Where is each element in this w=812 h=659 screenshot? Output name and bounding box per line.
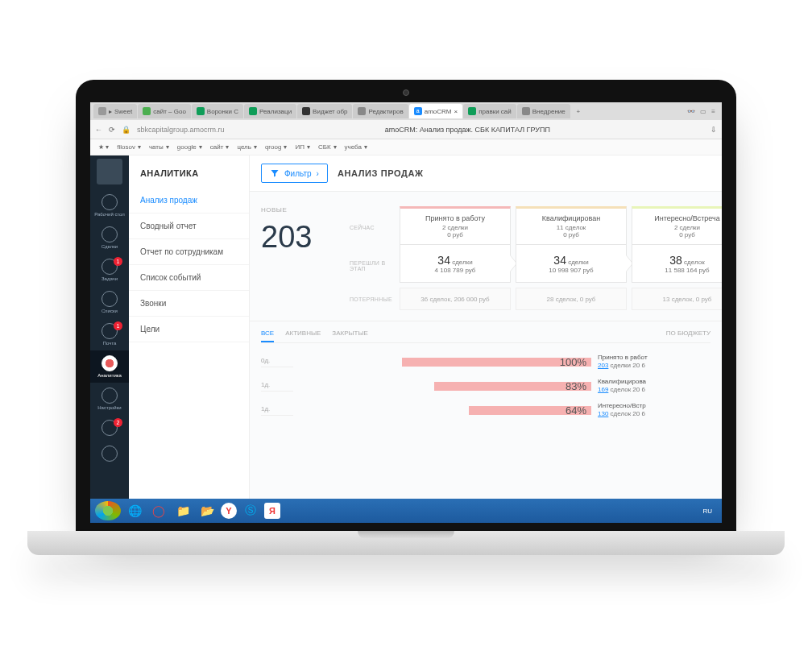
stage-now: Принято в работу2 сделки0 руб	[400, 206, 511, 245]
star-icon[interactable]: ★ ▾	[98, 143, 109, 151]
system-tray[interactable]: RU	[702, 508, 717, 515]
funnel-bar: 83%	[300, 380, 591, 392]
page-title-bar: amoCRM: Анализ продаж. СБК КАПИТАЛ ГРУПП	[231, 126, 704, 134]
row-label-step: ПЕРЕШЛИ В ЭТАП	[350, 247, 400, 285]
browser-tab[interactable]: Реализаци	[244, 104, 296, 118]
rail-item-extra[interactable]: 2	[90, 415, 129, 441]
bookmark[interactable]: ИП ▾	[295, 143, 310, 151]
page-title: АНАЛИЗ ПРОДАЖ	[338, 168, 424, 178]
funnel-bar: 100%	[300, 356, 591, 368]
funnel-bar: 64%	[300, 404, 591, 417]
bookmark[interactable]: сайт ▾	[210, 143, 230, 151]
submenu-item-summary[interactable]: Сводный отчет	[129, 213, 249, 239]
funnel-tab-active[interactable]: АКТИВНЫЕ	[285, 330, 321, 338]
funnel-row-label: 1д.	[261, 381, 293, 392]
filter-button[interactable]: Фильтр ›	[261, 164, 328, 183]
opera-icon[interactable]: ◯	[148, 501, 169, 520]
stage-step: 34 сделки10 998 907 руб	[516, 244, 627, 283]
funnel-sort-budget[interactable]: ПО БЮДЖЕТУ	[666, 330, 710, 338]
rail-item-mail[interactable]: Почта1	[90, 318, 129, 350]
rail-item-call[interactable]	[90, 441, 129, 466]
new-tab-button[interactable]: +	[571, 108, 586, 115]
skype-icon[interactable]: Ⓢ	[240, 501, 261, 520]
stage-now: Интересно/Встреча2 сделки0 руб	[632, 206, 722, 245]
row-label-lost: ПОТЕРЯННЫЕ	[350, 285, 400, 313]
browser-tab[interactable]: ▸ Sweet	[93, 104, 137, 118]
rail-item-settings[interactable]: Настройки	[90, 383, 129, 415]
avatar[interactable]	[97, 159, 122, 184]
stage-step: 34 сделки4 108 789 руб	[400, 244, 511, 283]
new-count: 203	[261, 220, 338, 255]
back-button[interactable]: ←	[95, 126, 102, 134]
browser-tab[interactable]: Внедрение	[517, 104, 570, 118]
lock-icon: 🔒	[122, 126, 130, 134]
funnel-tab-all[interactable]: ВСЕ	[261, 330, 274, 342]
funnel-row-label: 1д.	[261, 405, 293, 416]
submenu-item-goals[interactable]: Цели	[129, 317, 249, 342]
menu-icon[interactable]: ≡	[711, 108, 715, 115]
rail-item-deals[interactable]: Сделки	[90, 222, 129, 254]
browser-tab[interactable]: Редактиров	[353, 104, 408, 118]
funnel-tab-closed[interactable]: ЗАКРЫТЫЕ	[332, 330, 368, 338]
submenu-item-sales[interactable]: Анализ продаж	[129, 188, 249, 213]
laptop-camera	[403, 89, 409, 96]
bookmark[interactable]: filosov ▾	[117, 143, 141, 151]
funnel-row-info: Интересно/Встр 130 сделок 20 6	[598, 402, 710, 419]
new-label: НОВЫЕ	[261, 206, 338, 213]
windows-taskbar: 🌐 ◯ 📁 📂 Y Ⓢ Я RU	[90, 499, 722, 523]
start-button[interactable]	[95, 501, 121, 520]
bookmark[interactable]: чаты ▾	[149, 143, 169, 151]
browser-tab[interactable]: Виджет обр	[297, 104, 352, 118]
nav-rail: Рабочий стол Сделки Задачи1 Списки Почта…	[90, 155, 129, 499]
address-bar: ← ⟳ 🔒 sbkcapitalgroup.amocrm.ru amoCRM: …	[90, 120, 722, 139]
screen: ▸ Sweet сайт – Goo Воронки С Реализаци В…	[90, 102, 722, 523]
row-label-now: СЕЙЧАС	[350, 208, 400, 247]
download-icon[interactable]: ⇩	[710, 126, 717, 134]
binoculars-icon[interactable]: 👓	[687, 108, 695, 115]
rail-item-lists[interactable]: Списки	[90, 286, 129, 318]
folder-icon[interactable]: 📂	[197, 501, 218, 520]
rail-item-desktop[interactable]: Рабочий стол	[90, 189, 129, 222]
funnel-row-info: Квалифицирова 169 сделок 20 6	[598, 378, 710, 395]
main-content: Фильтр › АНАЛИЗ ПРОДАЖ НОВЫЕ 203 СЕЙЧАС …	[250, 155, 722, 499]
panel-icon[interactable]: ▭	[700, 108, 706, 115]
submenu-item-events[interactable]: Список событий	[129, 265, 249, 291]
bookmark[interactable]: учеба ▾	[345, 143, 367, 151]
reload-button[interactable]: ⟳	[109, 126, 115, 134]
submenu-item-employees[interactable]: Отчет по сотрудникам	[129, 239, 249, 265]
stage-step: 38 сделок11 588 164 руб	[632, 244, 722, 283]
stage-lost: 28 сделок, 0 руб	[516, 288, 627, 310]
bookmark[interactable]: цель ▾	[237, 143, 257, 151]
stage-lost: 36 сделок, 206 000 руб	[400, 288, 511, 310]
chrome-icon[interactable]: 🌐	[124, 501, 145, 520]
browser-tab[interactable]: Воронки С	[192, 104, 243, 118]
stage-lost: 13 сделок, 0 руб	[632, 288, 722, 310]
submenu: АНАЛИТИКА Анализ продаж Сводный отчет От…	[129, 155, 250, 499]
pipeline: НОВЫЕ 203 СЕЙЧАС ПЕРЕШЛИ В ЭТАП ПОТЕРЯНН…	[250, 192, 722, 321]
browser-tabs: ▸ Sweet сайт – Goo Воронки С Реализаци В…	[90, 102, 722, 120]
submenu-item-calls[interactable]: Звонки	[129, 291, 249, 317]
bookmark[interactable]: qroog ▾	[265, 143, 287, 151]
submenu-title: АНАЛИТИКА	[129, 164, 249, 188]
funnel-chart: ВСЕ АКТИВНЫЕ ЗАКРЫТЫЕ ПО БЮДЖЕТУ 0д. 100…	[250, 321, 722, 422]
bookmark[interactable]: СБК ▾	[318, 143, 337, 151]
funnel-row-label: 0д.	[261, 357, 293, 367]
browser-tab[interactable]: правки сай	[463, 104, 516, 118]
yandex-icon[interactable]: Y	[221, 503, 237, 519]
browser-tab[interactable]: сайт – Goo	[138, 104, 191, 118]
funnel-icon	[270, 168, 280, 178]
browser-tab-active[interactable]: aamoCRM ×	[409, 104, 462, 118]
yandex-browser-icon[interactable]: Я	[264, 503, 280, 519]
funnel-row-info: Принято в работ 203 сделки 20 6	[598, 354, 710, 371]
bookmark[interactable]: google ▾	[177, 143, 202, 151]
rail-item-tasks[interactable]: Задачи1	[90, 254, 129, 286]
stage-now: Квалифицирован11 сделок0 руб	[516, 206, 627, 245]
url-text[interactable]: sbkcapitalgroup.amocrm.ru	[137, 126, 225, 134]
bookmarks-bar: ★ ▾ filosov ▾ чаты ▾ google ▾ сайт ▾ цел…	[90, 139, 722, 155]
rail-item-analytics[interactable]: Аналитика	[90, 350, 129, 383]
explorer-icon[interactable]: 📁	[172, 501, 193, 520]
